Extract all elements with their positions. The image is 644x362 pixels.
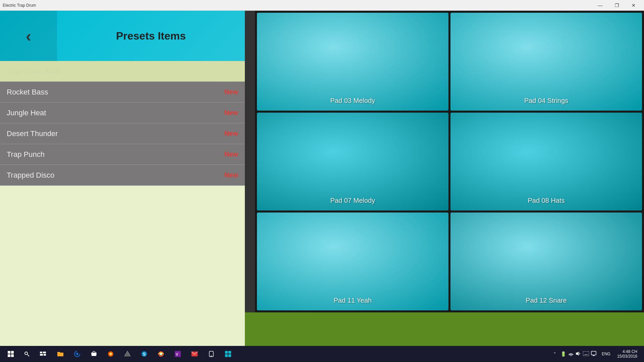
title-bar: Electric Trap Drum — ❐ ✕	[0, 0, 644, 11]
chrome-icon[interactable]	[153, 346, 169, 362]
window-controls: — ❐ ✕	[592, 0, 641, 11]
taskbar-right: ⌃ 🔋	[553, 349, 641, 359]
svg-point-19	[160, 353, 162, 355]
preset-name: Trap Drum Pads	[7, 67, 61, 76]
preset-badge: New	[224, 171, 238, 179]
svg-marker-30	[576, 352, 579, 356]
svg-rect-40	[591, 351, 596, 355]
back-icon: ‹	[26, 27, 31, 45]
left-panel: ‹ Presets Items Trap Drum Pads Rocket Ba…	[0, 11, 245, 346]
search-button[interactable]	[19, 346, 35, 362]
firefox-icon[interactable]	[103, 346, 119, 362]
pad-12-snare[interactable]: Pad 12 Snare	[450, 213, 642, 310]
list-item[interactable]: Trapped Disco New	[0, 165, 245, 186]
svg-point-4	[25, 352, 28, 355]
preset-name: Rocket Bass	[7, 88, 48, 97]
clock-time: 4:48 CH	[617, 349, 637, 354]
svg-rect-6	[40, 352, 42, 353]
svg-rect-0	[8, 351, 10, 354]
pad-08-hats[interactable]: Pad 08 Hats	[450, 113, 642, 210]
clock[interactable]: 4:48 CH 15/03/2016	[613, 349, 641, 359]
preset-badge: New	[224, 88, 238, 96]
list-item[interactable]: Rocket Bass New	[0, 82, 245, 103]
device-icon[interactable]	[203, 346, 219, 362]
pad-label: Pad 11 Yeah	[334, 297, 372, 304]
taskbar: S V	[0, 346, 644, 362]
tray-chevron[interactable]: ⌃	[553, 352, 556, 356]
close-button[interactable]: ✕	[626, 0, 641, 11]
start-button[interactable]	[3, 346, 19, 362]
app-title: Electric Trap Drum	[3, 3, 36, 8]
vs-icon[interactable]: V	[170, 346, 186, 362]
pad-04-strings[interactable]: Pad 04 Strings	[450, 13, 642, 111]
maximize-button[interactable]: ❐	[609, 0, 625, 11]
svg-rect-26	[228, 351, 231, 354]
volume-icon	[576, 351, 581, 357]
clock-date: 15/03/2016	[617, 354, 637, 359]
pad-label: Pad 03 Melody	[330, 97, 375, 105]
pad-label: Pad 08 Hats	[528, 197, 565, 204]
svg-rect-27	[225, 354, 228, 357]
preset-name: Trap Punch	[7, 150, 45, 159]
language-indicator: ENG	[600, 352, 612, 356]
list-item[interactable]: Trap Punch New	[0, 144, 245, 165]
svg-rect-8	[40, 354, 43, 356]
list-item[interactable]: Jungle Heat New	[0, 103, 245, 123]
edge-icon[interactable]	[69, 346, 85, 362]
network-icon	[568, 351, 574, 357]
page-title: Presets Items	[57, 30, 245, 42]
back-button[interactable]: ‹	[0, 11, 57, 61]
pad-label: Pad 07 Melody	[330, 197, 375, 204]
svg-line-5	[28, 355, 29, 356]
svg-rect-1	[11, 351, 14, 354]
file-explorer-icon[interactable]	[52, 346, 68, 362]
pad-label: Pad 12 Snare	[526, 297, 567, 304]
unity-icon[interactable]	[119, 346, 136, 362]
pads-grid: Pad 03 Melody Pad 04 Strings Pad 07 Melo…	[255, 11, 644, 312]
preset-name: Trapped Disco	[7, 171, 54, 180]
svg-point-29	[570, 355, 571, 356]
presets-list: Trap Drum Pads Rocket Bass New Jungle He…	[0, 61, 245, 346]
side-strip	[245, 11, 255, 312]
notification-icon	[591, 351, 596, 357]
tiles-icon[interactable]	[220, 346, 236, 362]
svg-rect-9	[44, 354, 46, 356]
svg-rect-3	[11, 354, 14, 357]
pad-11-yeah[interactable]: Pad 11 Yeah	[257, 213, 448, 310]
task-view-button[interactable]	[35, 346, 51, 362]
svg-rect-28	[228, 354, 231, 357]
svg-rect-31	[583, 351, 589, 356]
pad-07-melody[interactable]: Pad 07 Melody	[257, 113, 448, 210]
preset-name: Jungle Heat	[7, 109, 46, 117]
svg-rect-7	[43, 352, 46, 353]
svg-text:S: S	[143, 352, 146, 357]
preset-name: Desert Thunder	[7, 129, 58, 138]
preset-badge: New	[224, 130, 238, 137]
battery-icon: 🔋	[560, 351, 566, 357]
minimize-button[interactable]: —	[592, 0, 608, 11]
keyboard-icon	[583, 351, 589, 357]
preset-badge: New	[224, 150, 238, 158]
list-item[interactable]: Desert Thunder New	[0, 123, 245, 144]
presets-header: ‹ Presets Items	[0, 11, 245, 61]
skype-icon[interactable]: S	[136, 346, 152, 362]
svg-point-12	[110, 353, 112, 355]
main-content: ‹ Presets Items Trap Drum Pads Rocket Ba…	[0, 11, 644, 346]
taskbar-apps: S V	[52, 346, 236, 362]
mail-icon[interactable]	[186, 346, 203, 362]
pads-area: Pad 03 Melody Pad 04 Strings Pad 07 Melo…	[245, 11, 644, 312]
preset-badge: New	[224, 109, 238, 117]
svg-rect-25	[225, 351, 228, 354]
store-icon[interactable]	[86, 346, 102, 362]
svg-rect-2	[8, 354, 10, 357]
list-item[interactable]: Trap Drum Pads	[0, 61, 245, 82]
green-bar	[245, 312, 644, 346]
pad-label: Pad 04 Strings	[524, 97, 568, 105]
svg-text:V: V	[176, 352, 178, 356]
pad-03-melody[interactable]: Pad 03 Melody	[257, 13, 448, 111]
right-panel: Pad 03 Melody Pad 04 Strings Pad 07 Melo…	[245, 11, 644, 346]
system-tray: 🔋	[558, 351, 599, 357]
